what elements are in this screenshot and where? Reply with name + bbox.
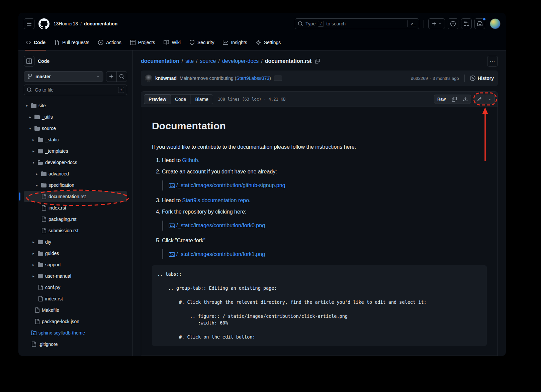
commit-pr-link[interactable]: Start9Labs#373 [236,76,269,81]
tree-item-diy[interactable]: ▸diy [24,236,127,248]
history-button[interactable]: History [470,76,494,81]
image-link[interactable]: /_static/images/contribution/github-sign… [176,181,285,189]
copy-raw-button[interactable] [449,95,460,104]
commit-sha[interactable]: d632269 [411,76,428,81]
github-logo[interactable] [38,18,50,29]
hamburger-menu-button[interactable] [24,18,34,29]
commit-author-link[interactable]: kn0wmad [155,76,177,81]
pull-requests-button[interactable] [461,18,472,29]
inbox-icon [477,21,482,26]
user-avatar[interactable] [490,18,501,29]
file-options-kebab-button[interactable]: ⋯ [487,56,498,67]
tree-item-packaging-rst[interactable]: packaging.rst [24,214,127,225]
tree-item-index-rst[interactable]: index.rst [24,202,127,214]
global-search-input[interactable]: Type / to search >_ [295,18,419,29]
folder-icon [41,171,47,176]
tree-item-conf-py[interactable]: conf.py [24,282,127,293]
tab-security[interactable]: Security [186,34,218,50]
raw-button[interactable]: Raw [434,95,449,104]
tab-wiki[interactable]: Wiki [160,34,184,50]
tab-settings[interactable]: Settings [253,34,284,50]
tree-item-developer-docs[interactable]: ▾developer-docs [24,157,127,168]
top-header: 13Homer13 / documentation Type / to sear… [18,13,506,34]
tree-item-user-manual[interactable]: ▸user-manual [24,270,127,282]
image-link[interactable]: /_static/images/contribution/fork1.png [176,250,265,258]
branch-selector[interactable]: master [24,71,103,82]
tree-action-buttons [106,71,127,82]
tree-item-advanced[interactable]: ▸advanced [24,168,127,179]
breadcrumb-developer-docs-link[interactable]: developer-docs [222,58,259,64]
collapse-file-tree-button[interactable] [24,56,34,67]
owner-link[interactable]: 13Homer13 [54,21,78,26]
tree-item-sphinx-scylladb-theme[interactable]: sphinx-scylladb-theme [24,327,127,339]
chevron-down-icon [488,98,491,101]
view-tab-blame[interactable]: Blame [190,95,213,104]
broken-image-icon [169,252,175,257]
breadcrumb-site-link[interactable]: site [185,58,194,64]
repo-nav-tabs: Code Pull requests Actions Projects Wiki… [18,34,506,50]
document-title: Documentation [152,118,487,137]
chevron-down-icon: ▾ [31,160,36,165]
submodule-icon [31,330,36,336]
breadcrumb-repo-link[interactable]: documentation [141,58,179,64]
image-link[interactable]: /_static/images/contribution/fork0.png [176,222,265,230]
command-palette-icon[interactable]: >_ [407,20,416,27]
notifications-inbox-button[interactable] [474,18,485,29]
download-raw-button[interactable] [460,95,471,104]
start9-docs-repo-link[interactable]: Start9's documentation repo. [182,198,250,203]
view-tab-preview[interactable]: Preview [144,94,171,104]
issues-button[interactable] [448,18,458,29]
chevron-right-icon: ▸ [31,274,36,278]
folder-icon [34,114,40,120]
search-this-repository-button[interactable] [116,71,127,82]
file-icon [38,285,43,290]
chevron-right-icon: ▸ [34,172,39,176]
tree-item-static[interactable]: ▸_static [24,134,127,145]
tree-item-utils[interactable]: ▸_utils [24,111,127,123]
breadcrumb-source-link[interactable]: source [200,58,216,64]
commit-message-expand-button[interactable]: ⋯ [274,76,282,81]
tree-item-gitignore[interactable]: .gitignore [24,339,127,350]
commit-time: 3 months ago [433,76,459,81]
go-to-file-input[interactable]: Go to file t [24,85,127,95]
file-path-row: documentation / site / source / develope… [141,56,498,67]
file-icon [41,194,47,199]
add-file-button[interactable] [106,71,117,82]
code-icon [26,40,31,45]
clock-history-icon [470,76,475,81]
download-icon [463,97,468,102]
tree-item-specification[interactable]: ▸specification [24,179,127,191]
tree-item-site[interactable]: ▾site [24,100,127,111]
file-tree-sidebar: Code master Go to file t ▾site [18,50,133,356]
edit-file-button[interactable] [474,95,485,104]
breadcrumb-current-file: documentation.rst [265,58,312,64]
commit-author-avatar[interactable] [145,75,152,82]
file-tree: ▾site ▸_utils ▾source ▸_static ▸_templat… [24,100,127,350]
tree-item-index-rst-source[interactable]: index.rst [24,293,127,304]
repo-link[interactable]: documentation [84,21,117,26]
tree-item-source[interactable]: ▾source [24,123,127,134]
tree-item-makefile[interactable]: Makefile [24,304,127,316]
pencil-icon [477,97,482,102]
file-view-main: documentation / site / source / develope… [133,50,506,356]
tab-insights[interactable]: Insights [219,34,250,50]
tab-projects[interactable]: Projects [127,34,159,50]
copy-path-button[interactable] [315,59,320,63]
tree-item-submission-rst[interactable]: submission.rst [24,225,127,236]
tab-actions[interactable]: Actions [95,34,125,50]
tree-item-support[interactable]: ▸support [24,259,127,270]
view-tab-code[interactable]: Code [171,95,190,104]
github-link[interactable]: Github. [182,157,199,163]
tree-item-templates[interactable]: ▸_templates [24,145,127,157]
tree-item-guides[interactable]: ▸guides [24,248,127,259]
tree-item-documentation-rst[interactable]: documentation.rst [24,191,127,202]
github-window: 13Homer13 / documentation Type / to sear… [18,13,506,356]
tab-pull-requests[interactable]: Pull requests [51,34,93,50]
ellipsis-icon: ⋯ [276,77,280,80]
tree-item-package-lock-json[interactable]: package-lock.json [24,316,127,327]
file-icon [41,217,47,222]
create-new-button[interactable] [428,18,445,29]
tab-code[interactable]: Code [22,34,49,50]
edit-dropdown-button[interactable] [485,95,495,104]
instruction-list: Head to Github. Create an account if you… [152,156,487,259]
